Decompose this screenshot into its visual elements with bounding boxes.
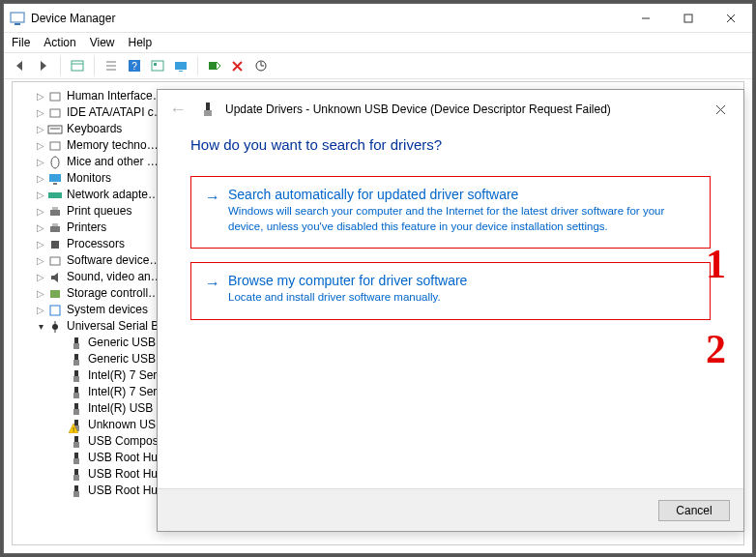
- maximize-button[interactable]: [667, 4, 710, 33]
- svg-rect-3: [684, 15, 692, 22]
- tree-label: Keyboards: [67, 121, 122, 137]
- tree-label: Generic USB…: [88, 335, 167, 351]
- svg-rect-33: [52, 223, 58, 226]
- menu-action[interactable]: Action: [44, 36, 75, 49]
- update-driver-button[interactable]: [250, 55, 272, 76]
- separator: [197, 56, 198, 75]
- svg-rect-42: [74, 354, 78, 360]
- arrow-icon: →: [205, 189, 220, 206]
- tree-label: Human Interface…: [67, 88, 164, 104]
- svg-rect-23: [48, 126, 62, 133]
- svg-rect-27: [49, 174, 61, 182]
- option-browse[interactable]: → Browse my computer for driver software…: [190, 262, 711, 320]
- option-desc: Windows will search your computer and th…: [228, 204, 696, 234]
- tree-label: IDE ATA/ATAPI c…: [67, 104, 165, 121]
- menubar: File Action View Help: [4, 33, 752, 52]
- svg-rect-40: [74, 337, 78, 343]
- svg-rect-6: [72, 61, 83, 71]
- svg-rect-62: [204, 110, 212, 116]
- back-icon: ←: [165, 100, 190, 120]
- update-driver-dialog: ← Update Drivers - Unknown USB Device (D…: [157, 89, 744, 532]
- svg-rect-22: [50, 109, 60, 117]
- tree-label: System devices: [67, 302, 148, 318]
- option-title: Search automatically for updated driver …: [228, 187, 696, 202]
- option-title: Browse my computer for driver software: [228, 273, 696, 288]
- menu-view[interactable]: View: [90, 36, 115, 49]
- svg-rect-41: [73, 343, 79, 349]
- tree-label: Print queues: [67, 203, 131, 220]
- svg-rect-14: [154, 63, 157, 66]
- svg-rect-34: [51, 241, 59, 249]
- tree-label: Sound, video an…: [67, 269, 162, 285]
- tree-label: Network adapte…: [67, 187, 160, 203]
- svg-rect-15: [175, 62, 187, 70]
- tree-label: Software device…: [67, 252, 160, 269]
- tree-label: Printers: [67, 220, 106, 236]
- svg-rect-17: [209, 62, 217, 70]
- svg-rect-58: [73, 475, 79, 481]
- svg-text:?: ?: [131, 61, 137, 72]
- tree-label: Universal Serial B…: [67, 318, 170, 335]
- minimize-button[interactable]: [625, 4, 667, 33]
- annotation-1: 1: [706, 241, 726, 287]
- device-icon: [200, 102, 216, 117]
- uninstall-button[interactable]: [227, 55, 248, 76]
- option-auto-search[interactable]: → Search automatically for updated drive…: [190, 176, 711, 249]
- tree-label: Generic USB…: [88, 351, 167, 367]
- tree-label: Processors: [67, 236, 125, 252]
- svg-rect-46: [74, 387, 78, 393]
- scan-hardware-button[interactable]: [204, 55, 225, 76]
- svg-rect-49: [73, 409, 79, 415]
- view-button[interactable]: [147, 55, 168, 76]
- svg-rect-55: [74, 453, 78, 458]
- help-button[interactable]: ?: [124, 55, 145, 76]
- show-hidden-button[interactable]: [170, 55, 191, 76]
- svg-rect-60: [73, 491, 79, 497]
- svg-rect-25: [50, 142, 60, 150]
- svg-rect-32: [50, 226, 60, 232]
- titlebar: Device Manager: [4, 4, 752, 33]
- menu-file[interactable]: File: [12, 36, 30, 49]
- svg-rect-0: [11, 13, 24, 22]
- forward-button[interactable]: [33, 55, 54, 76]
- annotation-2: 2: [706, 326, 726, 372]
- svg-rect-45: [73, 376, 79, 382]
- svg-point-26: [51, 157, 59, 168]
- svg-rect-13: [152, 61, 163, 71]
- properties-button[interactable]: [67, 55, 88, 76]
- dialog-heading: How do you want to search for drivers?: [190, 136, 711, 153]
- svg-rect-1: [15, 23, 20, 25]
- tree-label: Storage controll…: [67, 285, 160, 302]
- tree-label: Monitors: [67, 170, 111, 187]
- svg-rect-35: [50, 257, 60, 265]
- svg-rect-57: [74, 469, 78, 475]
- separator: [94, 56, 95, 75]
- svg-rect-37: [50, 306, 60, 315]
- svg-rect-16: [179, 71, 183, 72]
- svg-text:!: !: [73, 425, 74, 433]
- svg-rect-56: [73, 458, 79, 464]
- menu-help[interactable]: Help: [129, 36, 153, 49]
- dialog-title: Update Drivers - Unknown USB Device (Dev…: [225, 103, 611, 116]
- svg-rect-61: [206, 103, 210, 110]
- arrow-icon: →: [205, 275, 220, 292]
- close-button[interactable]: [710, 4, 752, 33]
- window-title: Device Manager: [31, 12, 115, 25]
- tree-label: Mice and other …: [67, 154, 159, 170]
- svg-rect-29: [48, 192, 62, 198]
- svg-rect-28: [53, 183, 57, 185]
- svg-rect-30: [50, 210, 60, 216]
- dialog-close-button[interactable]: [705, 94, 736, 125]
- svg-rect-53: [74, 436, 78, 442]
- svg-rect-43: [73, 360, 79, 366]
- list-button[interactable]: [101, 55, 122, 76]
- svg-rect-31: [52, 207, 58, 210]
- cancel-button[interactable]: Cancel: [658, 500, 730, 521]
- svg-rect-44: [74, 370, 78, 376]
- svg-rect-59: [74, 485, 78, 491]
- back-button[interactable]: [10, 55, 31, 76]
- svg-rect-36: [50, 290, 60, 298]
- separator: [60, 56, 61, 75]
- tree-label: Unknown US…: [88, 417, 167, 433]
- toolbar: ?: [4, 52, 752, 79]
